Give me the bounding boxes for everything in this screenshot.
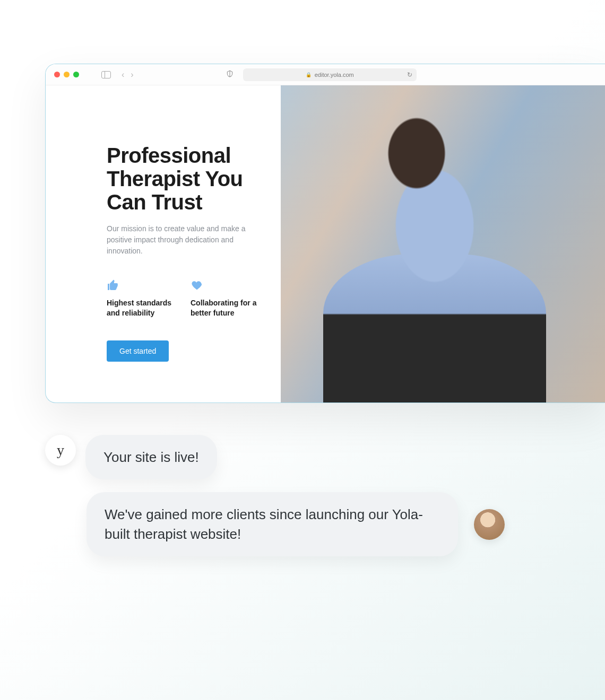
browser-mockup: ‹ › 🔒 editor.yola.com ↻ Professional The…: [45, 64, 605, 403]
privacy-shield-icon[interactable]: [226, 70, 234, 79]
close-window-icon[interactable]: [54, 72, 60, 77]
hero-image: [281, 85, 605, 402]
chat-bubble: We've gained more clients since launchin…: [87, 492, 458, 556]
back-icon[interactable]: ‹: [122, 70, 124, 80]
hero-title: Professional Therapist You Can Trust: [107, 144, 260, 214]
get-started-button[interactable]: Get started: [107, 340, 169, 362]
chat-bubble: Your site is live!: [85, 435, 217, 479]
feature-item: Highest standards and reliability: [107, 279, 176, 318]
feature-item: Collaborating for a better future: [191, 279, 260, 318]
url-text: editor.yola.com: [315, 72, 354, 78]
chat-overlay: y Your site is live! We've gained more c…: [45, 435, 560, 569]
page-body: Professional Therapist You Can Trust Our…: [46, 85, 605, 402]
maximize-window-icon[interactable]: [73, 72, 79, 77]
browser-nav: ‹ ›: [122, 70, 134, 80]
chat-message-user: We've gained more clients since launchin…: [87, 492, 560, 556]
sidebar-toggle-icon[interactable]: [101, 71, 111, 78]
brand-avatar-letter: y: [57, 442, 64, 459]
window-controls: [54, 72, 79, 77]
feature-row: Highest standards and reliability Collab…: [107, 279, 260, 318]
hero-mission-text: Our mission is to create value and make …: [107, 223, 255, 257]
address-bar[interactable]: 🔒 editor.yola.com ↻: [243, 68, 417, 81]
reload-icon[interactable]: ↻: [407, 71, 412, 78]
thumbs-up-icon: [107, 279, 176, 292]
feature-label: Highest standards and reliability: [107, 298, 176, 318]
lock-icon: 🔒: [306, 72, 312, 77]
brand-avatar: y: [45, 435, 76, 466]
feature-label: Collaborating for a better future: [191, 298, 260, 318]
hero-left-column: Professional Therapist You Can Trust Our…: [46, 85, 281, 402]
user-avatar: [474, 509, 505, 540]
minimize-window-icon[interactable]: [64, 72, 70, 77]
forward-icon[interactable]: ›: [131, 70, 133, 80]
chat-message-brand: y Your site is live!: [45, 435, 560, 479]
heart-icon: [191, 279, 260, 292]
browser-toolbar: ‹ › 🔒 editor.yola.com ↻: [46, 64, 605, 85]
